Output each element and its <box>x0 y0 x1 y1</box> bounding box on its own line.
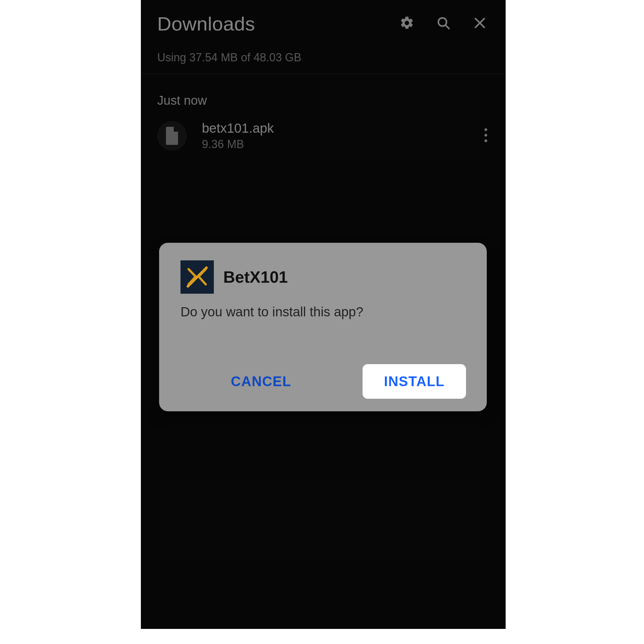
more-vert-icon <box>484 128 487 143</box>
dialog-app-name: BetX101 <box>223 268 288 286</box>
dialog-message: Do you want to install this app? <box>180 303 469 321</box>
install-dialog: BetX101 Do you want to install this app?… <box>159 243 487 411</box>
file-text: betx101.apk 9.36 MB <box>202 121 477 151</box>
svg-line-1 <box>445 25 449 29</box>
search-button[interactable] <box>435 15 452 32</box>
install-button[interactable]: INSTALL <box>363 364 466 399</box>
svg-point-4 <box>485 128 487 131</box>
file-row[interactable]: betx101.apk 9.36 MB <box>141 111 506 160</box>
section-label: Just now <box>141 74 506 111</box>
cancel-button[interactable]: CANCEL <box>218 365 304 398</box>
page-title: Downloads <box>157 13 398 35</box>
file-icon <box>157 121 187 151</box>
gear-icon <box>399 15 414 32</box>
file-name: betx101.apk <box>202 121 477 136</box>
search-icon <box>436 15 451 32</box>
app-icon <box>180 260 214 294</box>
svg-point-5 <box>485 134 487 137</box>
dialog-header: BetX101 <box>180 260 469 294</box>
settings-button[interactable] <box>398 15 416 32</box>
header-actions <box>398 15 492 32</box>
dialog-actions: CANCEL INSTALL <box>177 364 469 401</box>
close-icon <box>472 15 487 32</box>
storage-usage: Using 37.54 MB of 48.03 GB <box>141 47 506 74</box>
file-size: 9.36 MB <box>202 138 477 151</box>
file-more-button[interactable] <box>477 127 494 144</box>
stage: Downloads Using 3 <box>0 0 644 644</box>
svg-point-6 <box>485 139 487 142</box>
close-button[interactable] <box>471 15 489 32</box>
header-bar: Downloads <box>141 0 506 47</box>
